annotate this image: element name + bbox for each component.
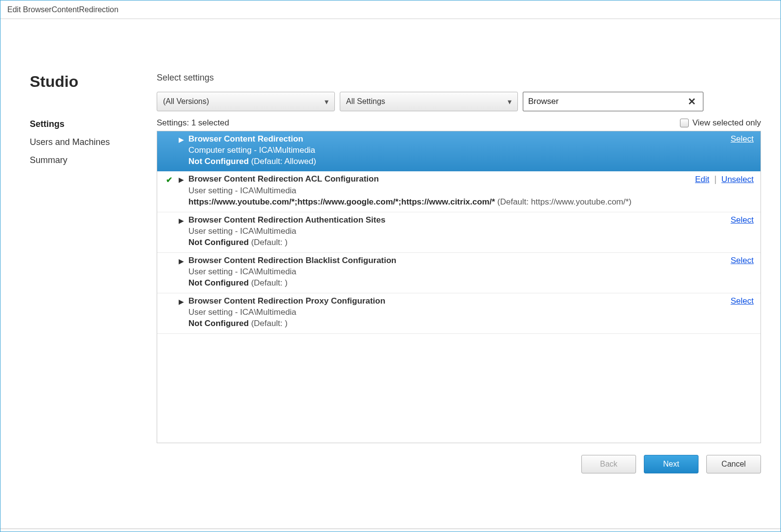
setting-title: Browser Content Redirection Proxy Config… xyxy=(179,296,385,306)
select-link[interactable]: Select xyxy=(731,296,754,306)
content-area: Studio SettingsUsers and MachinesSummary… xyxy=(0,19,781,529)
chevron-down-icon: ▾ xyxy=(325,97,329,106)
checkbox-icon[interactable] xyxy=(680,119,689,127)
edit-link[interactable]: Edit xyxy=(695,175,709,184)
setting-actions: Select xyxy=(731,134,754,144)
next-button[interactable]: Next xyxy=(644,455,699,473)
dialog-window: Edit BrowserContentRedirection Studio Se… xyxy=(0,0,781,532)
chevron-down-icon: ▾ xyxy=(508,97,512,106)
settings-count-prefix: Settings: xyxy=(157,118,189,127)
page-heading: Select settings xyxy=(157,73,761,83)
setting-scope: User setting - ICA\Multimedia xyxy=(179,226,754,236)
select-link[interactable]: Select xyxy=(731,134,754,144)
setting-title: Browser Content Redirection Authenticati… xyxy=(179,215,386,225)
setting-value: Not Configured (Default: ) xyxy=(179,319,754,328)
bottom-edge xyxy=(0,529,781,532)
versions-dropdown-value: (All Versions) xyxy=(163,97,209,106)
versions-dropdown[interactable]: (All Versions) ▾ xyxy=(157,92,335,111)
setting-value: Not Configured (Default: Allowed) xyxy=(179,157,754,166)
settings-list[interactable]: ▶Browser Content RedirectionSelectComput… xyxy=(157,131,761,443)
setting-actions: Select xyxy=(731,296,754,306)
expand-icon[interactable]: ▶ xyxy=(179,217,184,225)
window-title: Edit BrowserContentRedirection xyxy=(7,5,119,14)
search-input[interactable]: Browser ✕ xyxy=(523,92,703,111)
action-divider: | xyxy=(714,174,717,184)
setting-row[interactable]: ▶Browser Content Redirection Authenticat… xyxy=(157,212,760,253)
summary-row: Settings: 1 selected View selected only xyxy=(157,118,761,128)
expand-icon[interactable]: ▶ xyxy=(179,257,184,265)
setting-value: Not Configured (Default: ) xyxy=(179,238,754,247)
expand-icon[interactable]: ▶ xyxy=(179,298,184,306)
titlebar: Edit BrowserContentRedirection xyxy=(0,0,781,19)
setting-actions: Edit|Unselect xyxy=(695,174,754,184)
view-selected-toggle[interactable]: View selected only xyxy=(680,118,761,128)
sidebar-item-users-and-machines[interactable]: Users and Machines xyxy=(30,133,157,151)
settings-count-value: 1 selected xyxy=(191,118,229,127)
setting-value: https://www.youtube.com/*;https://www.go… xyxy=(179,197,754,207)
setting-scope: User setting - ICA\Multimedia xyxy=(179,186,754,196)
setting-row[interactable]: ▶Browser Content Redirection Proxy Confi… xyxy=(157,293,760,334)
back-button[interactable]: Back xyxy=(581,455,636,473)
setting-title: Browser Content Redirection Blacklist Co… xyxy=(179,256,396,266)
view-selected-label: View selected only xyxy=(693,118,761,128)
setting-scope: Computer setting - ICA\Multimedia xyxy=(179,145,754,155)
check-icon: ✔ xyxy=(166,175,172,184)
sidebar-item-settings[interactable]: Settings xyxy=(30,115,157,133)
setting-title: Browser Content Redirection xyxy=(179,134,303,144)
setting-actions: Select xyxy=(731,256,754,266)
unselect-link[interactable]: Unselect xyxy=(721,175,754,184)
sidebar: Studio SettingsUsers and MachinesSummary xyxy=(15,43,157,514)
footer-buttons: Back Next Cancel xyxy=(157,455,761,473)
setting-scope: User setting - ICA\Multimedia xyxy=(179,267,754,277)
setting-actions: Select xyxy=(731,215,754,225)
expand-icon[interactable]: ▶ xyxy=(179,176,184,184)
select-link[interactable]: Select xyxy=(731,215,754,225)
scope-dropdown[interactable]: All Settings ▾ xyxy=(340,92,518,111)
select-link[interactable]: Select xyxy=(731,256,754,266)
setting-value: Not Configured (Default: ) xyxy=(179,278,754,288)
filter-row: (All Versions) ▾ All Settings ▾ Browser … xyxy=(157,92,761,111)
setting-row[interactable]: ✔▶Browser Content Redirection ACL Config… xyxy=(157,171,760,212)
search-input-value: Browser xyxy=(528,97,686,106)
setting-row[interactable]: ▶Browser Content Redirection Blacklist C… xyxy=(157,253,760,293)
main-panel: Select settings (All Versions) ▾ All Set… xyxy=(157,43,761,514)
setting-title: Browser Content Redirection ACL Configur… xyxy=(179,174,379,184)
scope-dropdown-value: All Settings xyxy=(346,97,385,106)
clear-search-icon[interactable]: ✕ xyxy=(686,96,698,107)
cancel-button[interactable]: Cancel xyxy=(706,455,761,473)
expand-icon[interactable]: ▶ xyxy=(179,136,184,143)
setting-row[interactable]: ▶Browser Content RedirectionSelectComput… xyxy=(157,131,760,171)
setting-scope: User setting - ICA\Multimedia xyxy=(179,307,754,317)
brand-label: Studio xyxy=(30,73,157,91)
sidebar-item-summary[interactable]: Summary xyxy=(30,151,157,169)
